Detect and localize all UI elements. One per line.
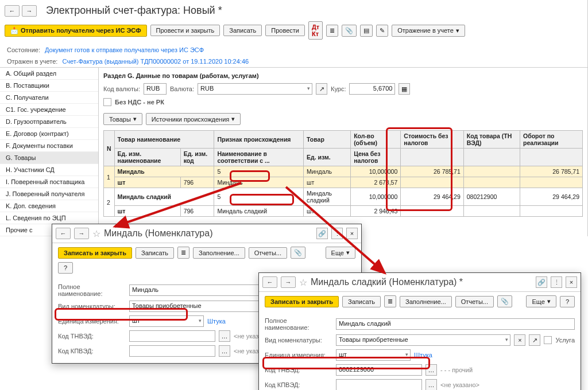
dlg2-kind-open[interactable]: ↗ bbox=[529, 334, 540, 346]
struct-icon-button[interactable]: ▤ bbox=[360, 25, 373, 37]
reflect-dropdown[interactable]: Отражение в учете ▾ bbox=[392, 25, 465, 37]
dlg2-more-button[interactable]: Еще ▾ bbox=[526, 295, 556, 307]
send-button[interactable]: 📩Отправить получателю через ИС ЭСФ bbox=[5, 25, 147, 37]
sidebar-item-l[interactable]: L. Сведения по ЭЦП bbox=[0, 212, 98, 224]
dlg1-forward-button[interactable]: → bbox=[74, 228, 89, 239]
sidebar-item-e[interactable]: E. Договор (контракт) bbox=[0, 128, 98, 140]
col-code: Код товара (ТН ВЭД) bbox=[463, 131, 520, 149]
dlg1-kpved-input[interactable] bbox=[129, 345, 215, 357]
currency-code-input[interactable]: RUB bbox=[144, 83, 167, 95]
state-label: Состояние: bbox=[7, 46, 40, 53]
dlg1-list-icon[interactable]: ≣ bbox=[177, 247, 189, 259]
sidebar-item-d[interactable]: D. Грузоотправитель bbox=[0, 116, 98, 128]
dlg2-more-icon[interactable]: ⋮ bbox=[551, 276, 562, 288]
dlg1-fullname-label: Полное наименование: bbox=[58, 283, 126, 297]
dlg1-title: Миндаль (Номенклатура) bbox=[104, 228, 212, 239]
sidebar-item-k[interactable]: K. Доп. сведения bbox=[0, 200, 98, 212]
dlg2-tnved-input[interactable]: 0802129000 bbox=[336, 364, 422, 376]
rate-input[interactable]: 5,6700 bbox=[349, 83, 395, 95]
dlg2-forward-button[interactable]: → bbox=[281, 276, 296, 288]
dlg2-back-button[interactable]: ← bbox=[262, 276, 277, 288]
attach-icon-button[interactable]: 📎 bbox=[342, 25, 357, 37]
dlg2-save-close-button[interactable]: Записать и закрыть bbox=[265, 296, 339, 307]
sidebar-item-b[interactable]: B. Поставщики bbox=[0, 80, 98, 92]
dlg2-reports-button[interactable]: Отчеты... bbox=[455, 296, 494, 307]
sidebar-item-a[interactable]: A. Общий раздел bbox=[0, 68, 98, 80]
state-value[interactable]: Документ готов к отправке получателю чер… bbox=[45, 46, 204, 53]
col-unit: Ед. изм. bbox=[304, 149, 351, 166]
dlg1-more-icon[interactable]: ⋮ bbox=[331, 228, 343, 239]
table-row[interactable]: 2 Миндаль сладкий 5 Миндаль сладкий 10,0… bbox=[104, 188, 583, 206]
dlg2-unit-hint[interactable]: Штука bbox=[414, 352, 432, 358]
no-vat-checkbox[interactable] bbox=[103, 98, 111, 106]
table-row[interactable]: 1 Миндаль 5 Миндаль 10,000000 26 785,71 … bbox=[104, 166, 583, 177]
dlg1-save-button[interactable]: Записать bbox=[136, 247, 174, 259]
goods-dropdown-button[interactable]: Товары ▾ bbox=[103, 113, 142, 125]
dlg1-unit-dropdown[interactable]: шт bbox=[129, 315, 204, 327]
sidebar-item-c[interactable]: C. Получатели bbox=[0, 92, 98, 104]
dk-icon-button[interactable]: ДтКт bbox=[308, 21, 323, 40]
save-button[interactable]: Записать bbox=[223, 25, 262, 36]
dlg2-fullname-input[interactable]: Миндаль сладкий bbox=[336, 318, 575, 330]
dlg2-kpved-input[interactable] bbox=[336, 379, 422, 390]
sources-dropdown-button[interactable]: Источники происхождения ▾ bbox=[146, 113, 241, 125]
dlg2-link-icon[interactable]: 🔗 bbox=[536, 276, 547, 288]
reflected-value[interactable]: Счет-Фактура (выданный) ТДП00000002 от 1… bbox=[62, 58, 249, 65]
list-icon-button[interactable]: ≣ bbox=[326, 25, 338, 37]
dlg2-service-label: Услуга bbox=[555, 337, 575, 344]
dlg2-tnved-pick[interactable]: … bbox=[425, 364, 437, 376]
dlg2-close-icon[interactable]: × bbox=[566, 276, 577, 288]
dlg2-tnved-label: Код ТНВЭД: bbox=[265, 366, 332, 373]
sidebar-item-j[interactable]: J. Поверенный получателя bbox=[0, 188, 98, 200]
star-icon[interactable]: ☆ bbox=[299, 277, 307, 288]
dlg2-list-icon[interactable]: ≣ bbox=[384, 295, 396, 307]
reflected-label: Отражен в учете: bbox=[7, 58, 57, 65]
dlg2-kpved-pick[interactable]: … bbox=[425, 379, 437, 390]
dlg1-link-icon[interactable]: 🔗 bbox=[316, 228, 328, 239]
dlg1-tnved-pick[interactable]: … bbox=[219, 330, 230, 342]
col-good: Товар bbox=[304, 131, 351, 149]
dlg1-kpved-label: Код КПВЭД: bbox=[58, 348, 126, 354]
table-row[interactable]: шт 796 Миндаль сладкий шт 2 946,43 bbox=[104, 206, 583, 217]
dlg2-title: Миндаль сладкий (Номенклатура) * bbox=[311, 277, 463, 287]
dlg2-service-checkbox[interactable] bbox=[544, 336, 552, 344]
dlg2-kind-clear[interactable]: × bbox=[514, 334, 525, 346]
dlg1-kpved-pick[interactable]: … bbox=[219, 345, 230, 357]
dlg2-help-button[interactable]: ? bbox=[560, 296, 575, 307]
currency-dropdown[interactable]: RUB bbox=[198, 83, 312, 95]
dlg1-save-close-button[interactable]: Записать и закрыть bbox=[58, 247, 132, 259]
dlg1-close-icon[interactable]: × bbox=[346, 228, 358, 239]
dlg2-fill-button[interactable]: Заполнение... bbox=[400, 296, 452, 307]
sidebar-item-g[interactable]: G. Товары bbox=[0, 152, 98, 164]
nav-back-button[interactable]: ← bbox=[5, 5, 20, 17]
dlg2-unit-label: Единица измерения: bbox=[265, 352, 332, 358]
col-n: N bbox=[104, 131, 115, 166]
sidebar-item-h[interactable]: H. Участники СД bbox=[0, 164, 98, 176]
dlg1-help-button[interactable]: ? bbox=[58, 262, 73, 274]
dlg1-more-button[interactable]: Еще ▾ bbox=[326, 247, 355, 259]
dlg2-tnved-hint: - - - прочий bbox=[440, 366, 473, 373]
rate-calc-button[interactable]: ▦ bbox=[399, 83, 410, 95]
dlg1-unit-hint[interactable]: Штука bbox=[207, 318, 226, 325]
nav-forward-button[interactable]: → bbox=[22, 5, 37, 17]
dlg2-kind-dropdown[interactable]: Товары приобретенные bbox=[336, 334, 510, 346]
sidebar-item-c1[interactable]: C1. Гос. учреждение bbox=[0, 104, 98, 116]
star-icon[interactable]: ☆ bbox=[92, 228, 100, 239]
post-button[interactable]: Провести bbox=[265, 25, 305, 36]
table-row[interactable]: шт 796 Миндаль шт 2 678,57 bbox=[104, 177, 583, 188]
sidebar-item-i[interactable]: I. Поверенный поставщика bbox=[0, 176, 98, 188]
dlg2-unit-dropdown[interactable]: шт bbox=[336, 349, 411, 361]
dlg1-tnved-input[interactable] bbox=[129, 330, 215, 342]
dlg2-attach-icon[interactable]: 📎 bbox=[497, 295, 512, 307]
dlg2-kpved-label: Код КПВЭД: bbox=[265, 381, 332, 388]
currency-open-button[interactable]: ↗ bbox=[316, 83, 327, 95]
dlg1-reports-button[interactable]: Отчеты... bbox=[249, 247, 287, 259]
dlg1-back-button[interactable]: ← bbox=[56, 228, 71, 239]
dlg1-attach-icon[interactable]: 📎 bbox=[291, 247, 305, 259]
sidebar-item-f[interactable]: F. Документы поставки bbox=[0, 140, 98, 152]
dlg2-save-button[interactable]: Записать bbox=[342, 296, 381, 307]
post-close-button[interactable]: Провести и закрыть bbox=[150, 25, 220, 36]
dlg1-fill-button[interactable]: Заполнение... bbox=[193, 247, 245, 259]
pencil-icon-button[interactable]: ✎ bbox=[376, 25, 388, 37]
col-cost: Стоимость без налогов bbox=[401, 131, 463, 149]
